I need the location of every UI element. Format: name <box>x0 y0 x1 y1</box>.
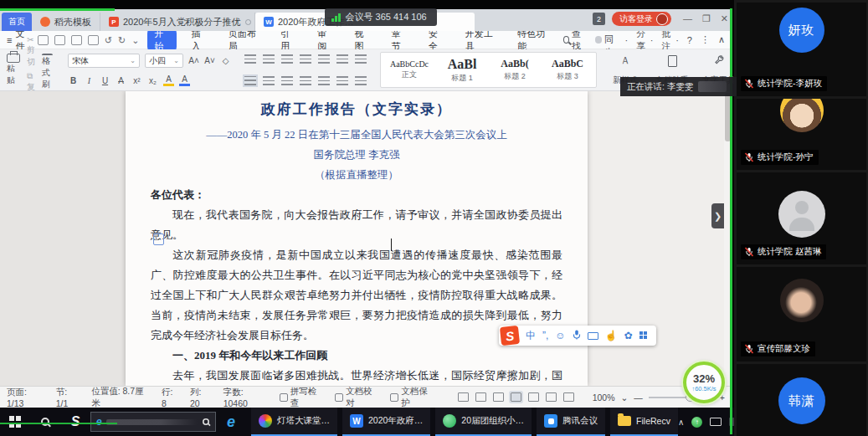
participant-tile[interactable]: 韩潇 <box>737 364 866 436</box>
participant-tile[interactable]: 统计学院-孙宁 <box>737 99 866 170</box>
ime-mode-button[interactable]: 中 <box>526 331 536 341</box>
revision-mark-icon[interactable] <box>153 233 164 245</box>
paste-button[interactable]: 粘贴 <box>5 52 22 88</box>
decrease-indent-icon[interactable] <box>281 54 293 64</box>
borders-icon[interactable] <box>355 76 367 85</box>
cut-button[interactable]: ✂ 剪切 <box>27 35 35 68</box>
sort-icon[interactable] <box>336 54 348 64</box>
highlight-color-button[interactable]: A <box>163 74 174 86</box>
zoom-out-button[interactable]: — <box>634 392 643 403</box>
start-button[interactable] <box>0 408 30 436</box>
tab-ppt-document[interactable]: P 2020年5月入党积极分子推优 <box>100 13 255 31</box>
participant-tile[interactable]: 宣传部滕文珍 <box>737 267 866 362</box>
style-heading-2[interactable]: AaBb( 标题 2 <box>490 58 540 82</box>
find-button[interactable]: 查找 <box>563 28 587 53</box>
sogou-logo-icon[interactable]: S <box>500 326 520 346</box>
tab-docer-template[interactable]: 稻壳模板 <box>32 13 100 31</box>
status-word-count[interactable]: 字数: 10460 <box>223 387 270 408</box>
web-view-icon[interactable] <box>546 392 557 402</box>
participant-tile[interactable]: 妍玫 统计学院-李妍玫 <box>737 3 866 96</box>
column-view-icon[interactable] <box>475 392 486 402</box>
taskbar-app-wps-document[interactable]: W 2020年政府… <box>342 408 430 436</box>
more-options-icon[interactable]: ⋮ <box>701 34 710 45</box>
quick-access-caret[interactable]: ⌄ <box>131 35 139 45</box>
numbered-list-icon[interactable] <box>263 54 275 64</box>
export-icon[interactable] <box>54 35 65 45</box>
handwriting-icon[interactable]: ☝ <box>605 331 618 341</box>
edit-mode-icon[interactable] <box>493 392 504 402</box>
outline-view-icon[interactable] <box>528 392 539 402</box>
underline-button[interactable]: U <box>100 76 110 85</box>
comment-button[interactable]: 批注 · <box>661 28 678 53</box>
emoji-icon[interactable]: ☺ <box>555 331 565 341</box>
style-heading-1[interactable]: AaBl 标题 1 <box>437 57 487 84</box>
taskbar-app-beacon-class[interactable]: 灯塔大课堂… <box>251 408 337 436</box>
align-right-icon[interactable] <box>281 76 293 85</box>
doc-protect-toggle[interactable]: 文档保护 <box>390 386 435 409</box>
guest-login-button[interactable]: 访客登录 <box>612 12 671 26</box>
collapse-ribbon-icon[interactable]: ∧ <box>718 34 725 45</box>
show-marks-icon[interactable] <box>355 54 367 64</box>
shading-icon[interactable] <box>336 76 348 85</box>
taskbar-ie-button[interactable]: e <box>216 408 246 436</box>
restore-button[interactable]: ❐ <box>702 13 711 24</box>
style-normal[interactable]: AaBbCcDc 正文 <box>384 59 434 80</box>
memory-speed-float-ball[interactable]: 32% ↑60.5K/s <box>683 362 725 403</box>
minimize-button[interactable]: — <box>683 13 692 24</box>
text-direction-icon[interactable] <box>318 54 330 64</box>
zoom-caret[interactable]: ⌄ <box>621 392 629 403</box>
shrink-font-button[interactable]: A˅ <box>204 56 215 65</box>
taskbar-app-tencent-meeting[interactable]: 腾讯会议 <box>537 408 605 436</box>
meeting-id-bar[interactable]: 会议号 365 414 106 <box>325 8 437 26</box>
eye-protect-icon[interactable] <box>563 392 574 402</box>
bold-button[interactable]: B <box>68 76 79 85</box>
participant-tile[interactable]: 统计学院 赵茜琳 <box>737 172 866 264</box>
taskbar-app-filerecv[interactable]: FileRecv <box>610 408 678 436</box>
italic-button[interactable]: I <box>84 76 95 85</box>
print-icon[interactable] <box>71 35 82 45</box>
grow-font-button[interactable]: A˄ <box>188 56 199 65</box>
style-heading-3[interactable]: AaBbC 标题 3 <box>542 58 593 82</box>
increase-indent-icon[interactable] <box>300 54 311 64</box>
skin-icon[interactable]: ✿ <box>624 331 633 341</box>
taskbar-app-league-doc[interactable]: 20届团组织小… <box>435 408 532 436</box>
align-justify-icon[interactable] <box>300 76 311 85</box>
page-view-icon[interactable] <box>511 392 521 402</box>
line-spacing-icon[interactable] <box>318 76 330 85</box>
keyboard-icon[interactable] <box>588 332 598 340</box>
file-menu[interactable]: ≡ 文件 <box>7 28 29 53</box>
taskbar-search-button[interactable] <box>30 408 60 436</box>
subscript-button[interactable]: x₂ <box>147 76 158 85</box>
speedup-ball-icon[interactable]: ↑ <box>691 417 702 428</box>
clear-format-button[interactable]: ◇ <box>220 56 231 65</box>
zoom-level[interactable]: 100% <box>593 392 615 403</box>
undo-icon[interactable]: ↺ <box>105 35 112 45</box>
superscript-button[interactable]: x² <box>131 76 142 85</box>
toolbox-grid-icon[interactable] <box>639 331 649 341</box>
tab-home[interactable]: 首页 <box>2 13 32 31</box>
share-button[interactable]: 分享 · <box>636 28 653 53</box>
address-search-box[interactable]: e <box>90 412 216 432</box>
mic-icon[interactable] <box>573 330 581 341</box>
font-name-combo[interactable]: 宋体⌄ <box>68 54 140 68</box>
align-left-icon[interactable] <box>244 76 256 85</box>
close-button[interactable]: ✕ <box>721 13 728 24</box>
tray-expand-icon[interactable]: ∧ <box>678 418 684 427</box>
redo-icon[interactable]: ↻ <box>118 35 126 45</box>
spell-check-toggle[interactable]: 拼写检查 <box>280 386 325 409</box>
window-count-badge[interactable]: 2 <box>593 13 605 25</box>
doc-proof-toggle[interactable]: 文档校对 <box>335 386 380 409</box>
monitor-icon[interactable] <box>710 418 722 426</box>
save-icon[interactable] <box>38 35 49 45</box>
preview-icon[interactable] <box>88 35 99 45</box>
expand-panel-button[interactable]: ❯ <box>711 203 724 228</box>
font-color-button[interactable]: A <box>179 74 190 86</box>
bullet-list-icon[interactable] <box>244 54 256 64</box>
font-size-combo[interactable]: 小四⌄ <box>145 54 183 68</box>
strikethrough-button[interactable]: A <box>116 76 126 85</box>
taskbar-app-s[interactable]: S <box>60 408 90 436</box>
punctuation-icon[interactable]: ”, <box>542 331 548 341</box>
align-center-icon[interactable] <box>263 76 275 85</box>
format-painter-button[interactable]: 格式刷 <box>40 52 54 88</box>
fullscreen-view-icon[interactable] <box>458 392 469 402</box>
